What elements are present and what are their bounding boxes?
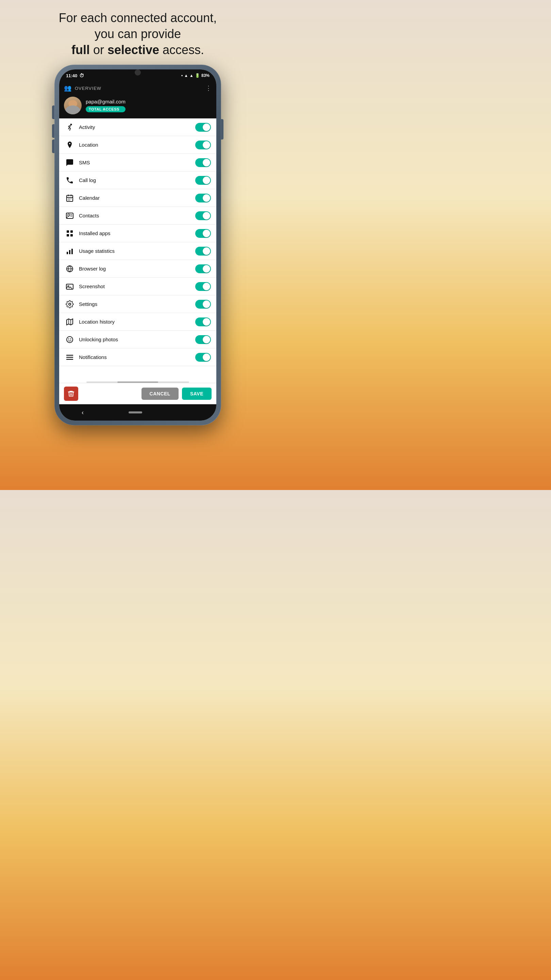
location-icon [65,140,75,150]
settings-label: Settings [79,301,191,307]
app-header: 👥 OVERVIEW ⋮ [59,82,216,95]
installedapps-toggle[interactable] [195,229,211,238]
activity-icon [65,122,75,132]
app-title: OVERVIEW [75,86,202,91]
dot-icon: • [181,73,183,78]
save-button[interactable]: SAVE [182,388,211,400]
usagestats-icon [65,246,75,256]
browserlog-toggle[interactable] [195,264,211,273]
setting-item-contacts[interactable]: Contacts [59,207,216,224]
setting-item-sms[interactable]: SMS [59,154,216,172]
usagestats-toggle[interactable] [195,247,211,256]
setting-item-calendar[interactable]: Calendar [59,189,216,207]
phone-mockup: 11:40 ⏱ • ▲ ▲ 🔋 83% 👥 OVERVIEW ⋮ papa@gm… [54,65,221,425]
settings-list[interactable]: Activity Location SMS [59,118,216,382]
setting-item-activity[interactable]: Activity [59,118,216,136]
sms-icon [65,158,75,168]
activity-toggle[interactable] [195,123,211,132]
headline-or: or [90,43,108,57]
unlockingphotos-icon [65,334,75,345]
browserlog-icon [65,264,75,274]
screenshot-toggle[interactable] [195,282,211,291]
profile-info: papa@gmail.com TOTAL ACCESS [86,99,125,112]
setting-item-notifications[interactable]: Notifications [59,348,216,366]
calllog-icon [65,175,75,185]
avatar [64,97,82,115]
setting-item-installedapps[interactable]: Installed apps [59,224,216,242]
calendar-toggle[interactable] [195,194,211,202]
unlockingphotos-label: Unlocking photos [79,337,191,342]
installedapps-icon [65,228,75,239]
signal-icon: ▲ [189,73,194,78]
battery-percent: 83% [202,73,210,78]
setting-item-usagestats[interactable]: Usage statistics [59,242,216,260]
headline-line2: you can provide [95,27,181,41]
status-bar: 11:40 ⏱ • ▲ ▲ 🔋 83% [59,69,216,82]
settings-toggle[interactable] [195,300,211,309]
notifications-toggle[interactable] [195,353,211,362]
clock-icon: ⏱ [79,73,84,78]
calendar-label: Calendar [79,195,191,201]
contacts-label: Contacts [79,213,191,218]
contacts-toggle[interactable] [195,211,211,220]
headline-bold2: selective [108,43,159,57]
unlockingphotos-toggle[interactable] [195,335,211,344]
delete-button[interactable] [64,387,78,401]
back-button[interactable]: ‹ [82,409,84,416]
sms-toggle[interactable] [195,158,211,167]
sms-label: SMS [79,159,191,165]
headline-end: access. [159,43,204,57]
setting-item-calllog[interactable]: Call log [59,172,216,189]
setting-item-location[interactable]: Location [59,136,216,154]
battery-icon: 🔋 [195,73,200,78]
contacts-icon [65,211,75,221]
action-bar: CANCEL SAVE [59,383,216,404]
browserlog-label: Browser log [79,266,191,272]
setting-item-locationhistory[interactable]: Location history [59,313,216,331]
calllog-toggle[interactable] [195,176,211,185]
setting-item-browserlog[interactable]: Browser log [59,260,216,278]
status-right: • ▲ ▲ 🔋 83% [181,73,210,78]
headline-line1: For each connected account, [59,11,217,25]
more-options-icon[interactable]: ⋮ [205,84,211,92]
location-toggle[interactable] [195,140,211,150]
users-icon: 👥 [64,84,71,92]
status-left: 11:40 ⏱ [66,73,84,78]
camera-notch [135,69,141,76]
screenshot-label: Screenshot [79,283,191,289]
notifications-icon [65,352,75,363]
setting-item-screenshot[interactable]: Screenshot [59,278,216,295]
notifications-label: Notifications [79,354,191,360]
calendar-icon [65,193,75,203]
wifi-icon: ▲ [184,73,188,78]
setting-item-unlockingphotos[interactable]: Unlocking photos [59,331,216,348]
settings-icon [65,299,75,309]
locationhistory-toggle[interactable] [195,318,211,326]
calllog-label: Call log [79,177,191,183]
installedapps-label: Installed apps [79,231,191,236]
nav-bar: ‹ [59,404,216,421]
setting-item-settings[interactable]: Settings [59,295,216,313]
locationhistory-label: Location history [79,319,191,325]
headline: For each connected account, you can prov… [59,0,217,65]
phone-screen: 11:40 ⏱ • ▲ ▲ 🔋 83% 👥 OVERVIEW ⋮ papa@gm… [59,69,216,421]
locationhistory-icon [65,317,75,327]
home-button[interactable] [129,411,142,414]
usagestats-label: Usage statistics [79,248,191,254]
location-label: Location [79,142,191,148]
cancel-button[interactable]: CANCEL [141,388,179,400]
total-access-badge: TOTAL ACCESS [86,106,125,112]
headline-bold1: full [71,43,90,57]
time: 11:40 [66,73,77,78]
screenshot-icon [65,282,75,292]
activity-label: Activity [79,124,191,130]
profile-email: papa@gmail.com [86,99,125,105]
profile-section: papa@gmail.com TOTAL ACCESS [59,95,216,118]
